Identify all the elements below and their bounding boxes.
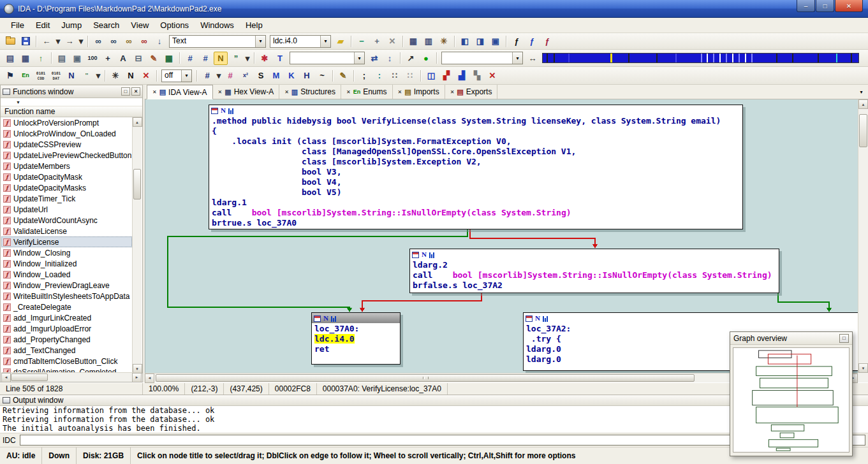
- create-function-icon[interactable]: ƒ: [510, 34, 524, 48]
- maximize-button[interactable]: □: [816, 0, 834, 12]
- scroll-thumb[interactable]: [133, 169, 141, 199]
- disasm-line[interactable]: {: [212, 126, 740, 136]
- tab-close-icon[interactable]: ✕: [284, 89, 289, 95]
- semicolon-comment-icon[interactable]: ;: [357, 69, 371, 82]
- undefine-icon[interactable]: ✕: [139, 69, 153, 82]
- function-list-item[interactable]: ƒadd_TextChanged: [1, 345, 132, 356]
- disasm-line[interactable]: class [ManagedOpenSsl]OpenSSL.Core.OpenS…: [212, 147, 740, 157]
- dropdown-arrow-icon[interactable]: ▾: [181, 70, 191, 82]
- scroll-left-icon[interactable]: ◄: [145, 373, 154, 383]
- function-list-item[interactable]: ƒWindow_PreviewDragLeave: [1, 280, 132, 291]
- disasm-line[interactable]: ldarg.1: [212, 198, 740, 208]
- function-list-item[interactable]: ƒUpdateOpacityMask: [1, 171, 132, 182]
- functions-window-titlebar[interactable]: Functions window □ ✕: [1, 85, 142, 98]
- overview-minimap[interactable]: [733, 348, 849, 452]
- scroll-up-icon[interactable]: ▲: [858, 99, 868, 109]
- function-list-item[interactable]: ƒUpdateUrl: [1, 204, 132, 215]
- scroll-track[interactable]: [133, 127, 142, 364]
- image-view-icon[interactable]: ▣: [70, 52, 84, 65]
- graph-overview-window[interactable]: Graph overview □: [730, 331, 853, 456]
- extra-comment-icon[interactable]: ∷: [403, 69, 417, 82]
- scroll-up-icon[interactable]: ▲: [133, 117, 142, 127]
- number-dropdown-icon[interactable]: ▾: [216, 69, 222, 82]
- graph-node-title[interactable]: N: [410, 249, 779, 259]
- code-icon[interactable]: 0101COD: [34, 69, 48, 82]
- string-literal-icon[interactable]: ”: [229, 52, 243, 65]
- menu-windows[interactable]: Windows: [195, 19, 240, 31]
- tab-imports[interactable]: ✕▤Imports: [393, 85, 445, 99]
- function-list-item[interactable]: ƒUnlockProWindow_OnLoaded: [1, 128, 132, 139]
- search-text-icon[interactable]: ∞: [122, 34, 136, 48]
- new-window-icon[interactable]: ◧: [458, 34, 472, 48]
- scroll-thumb[interactable]: [859, 114, 867, 147]
- disasm-line[interactable]: ldarg.2: [413, 260, 776, 270]
- repeatable-comment-icon[interactable]: ∷: [388, 69, 402, 82]
- function-list-item[interactable]: ƒWindow_Closing: [1, 247, 132, 258]
- graph-vertical-scrollbar[interactable]: ▲ ▼: [858, 99, 868, 373]
- graph-node-loc-37A0[interactable]: Nloc_37A0:ldc.i4.0ret: [311, 312, 401, 365]
- convert-dropdown-icon[interactable]: ▾: [95, 69, 101, 82]
- tab-structures[interactable]: ✕▥Structures: [279, 85, 341, 99]
- band-zoom-icon[interactable]: ↔: [526, 52, 540, 65]
- disasm-line[interactable]: bool V4,: [212, 177, 740, 187]
- panel-close-button[interactable]: ✕: [131, 87, 140, 96]
- function-list-item[interactable]: ƒUpdateCSSPreview: [1, 139, 132, 150]
- functions-column-header[interactable]: Function name: [1, 106, 142, 117]
- disasm-line[interactable]: brfalse.s loc_37A2: [413, 280, 776, 291]
- graph-call-icon[interactable]: ▞: [439, 69, 453, 82]
- edit-function-icon[interactable]: ƒ: [525, 34, 539, 48]
- search-problems-icon[interactable]: ∞: [137, 34, 151, 48]
- jump-address-icon[interactable]: ↓: [152, 34, 166, 48]
- disasm-line[interactable]: ldc.i4.0: [314, 334, 397, 344]
- function-list-item[interactable]: ƒValidateLicense: [1, 226, 132, 236]
- menu-file[interactable]: File: [5, 19, 30, 31]
- back-history-dropdown-icon[interactable]: ▾: [55, 34, 61, 48]
- dropdown-arrow-icon[interactable]: ▾: [255, 36, 265, 47]
- navigation-band[interactable]: [542, 53, 859, 63]
- panel-float-button[interactable]: □: [121, 87, 130, 96]
- search-text-combo[interactable]: ldc.i4.0▾: [270, 35, 331, 48]
- scroll-track[interactable]: [11, 373, 132, 382]
- disasm-line[interactable]: loc_37A0:: [314, 324, 397, 334]
- search-type-combo[interactable]: Text▾: [169, 35, 266, 48]
- tab-close-icon[interactable]: ✕: [346, 89, 351, 95]
- graph-node-entry[interactable]: N.method public hidebysig bool VerifyLic…: [209, 105, 743, 229]
- member-icon[interactable]: M: [269, 69, 283, 82]
- function-list-item[interactable]: ƒcmdTabItemCloseButton_Click: [1, 356, 132, 366]
- disasm-line[interactable]: call bool [mscorlib]System.String::IsNul…: [413, 270, 776, 280]
- close-button[interactable]: ✕: [835, 0, 863, 12]
- compass-rose-icon[interactable]: ✱: [258, 52, 272, 65]
- menu-jump[interactable]: Jump: [55, 19, 87, 31]
- function-list-item[interactable]: ƒ_CreateDelegate: [1, 301, 132, 312]
- add-item-icon[interactable]: +: [370, 34, 384, 48]
- annotate-icon[interactable]: ✎: [147, 52, 161, 65]
- disasm-line[interactable]: call bool [mscorlib]System.String::IsNul…: [212, 208, 740, 218]
- disasm-line[interactable]: .method public hidebysig bool VerifyLice…: [212, 116, 740, 126]
- graph-node-check-email[interactable]: Nldarg.2call bool [mscorlib]System.Strin…: [409, 249, 779, 293]
- function-list-item[interactable]: ƒVerifyLicense: [1, 236, 132, 247]
- enum-icon[interactable]: En: [18, 69, 33, 82]
- grid-view-icon[interactable]: ▦: [18, 52, 33, 65]
- function-list-item[interactable]: ƒUnlockProVersionPrompt: [1, 117, 132, 128]
- negate-icon[interactable]: ~: [315, 69, 329, 82]
- high-icon[interactable]: H: [300, 69, 314, 82]
- tab-close-icon[interactable]: ✕: [450, 89, 455, 95]
- name-combo[interactable]: ▾: [290, 52, 365, 64]
- function-list-item[interactable]: ƒUpdateMembers: [1, 161, 132, 171]
- graph-xref-from-icon[interactable]: ▚: [470, 69, 484, 82]
- scroll-down-icon[interactable]: ▼: [858, 363, 868, 373]
- names-dropdown-icon[interactable]: ▾: [244, 52, 251, 65]
- highlight-brush-icon[interactable]: ▰: [334, 34, 348, 48]
- graph-xref-to-icon[interactable]: ▟: [455, 69, 469, 82]
- disasm-line[interactable]: .locals init (class [mscorlib]System.For…: [212, 136, 740, 147]
- function-list-item[interactable]: ƒadd_PropertyChanged: [1, 334, 132, 345]
- graph-close-icon[interactable]: ✕: [485, 69, 499, 82]
- dropdown-arrow-icon[interactable]: ▾: [354, 52, 364, 64]
- rows-swap-icon[interactable]: ↕: [383, 52, 397, 65]
- graph-overview-titlebar[interactable]: Graph overview □: [730, 332, 852, 345]
- tile-windows-icon[interactable]: ◨: [473, 34, 487, 48]
- graph-node-title[interactable]: N: [524, 313, 858, 323]
- exponent-icon[interactable]: x²: [239, 69, 253, 82]
- delete-item-icon[interactable]: ✕: [385, 34, 399, 48]
- ink-icon[interactable]: ⚑: [3, 69, 17, 82]
